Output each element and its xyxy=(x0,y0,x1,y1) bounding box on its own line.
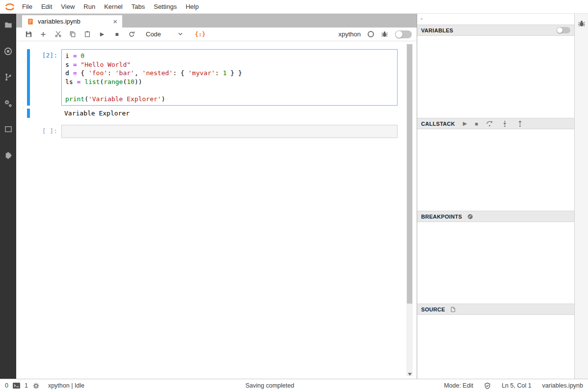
breakpoints-title: BREAKPOINTS xyxy=(421,214,462,220)
menu-item-kernel[interactable]: Kernel xyxy=(100,0,127,13)
callstack-title: CALLSTACK xyxy=(421,121,455,127)
menu-item-run[interactable]: Run xyxy=(79,0,100,13)
git-icon[interactable] xyxy=(3,72,13,82)
menu-item-view[interactable]: View xyxy=(56,0,79,13)
toggle-knob xyxy=(557,28,562,33)
source-body xyxy=(417,315,574,379)
empty-code-editor[interactable] xyxy=(61,125,398,138)
tab-variables-ipynb[interactable]: variables.ipynb × xyxy=(22,15,122,28)
debugger-panel: - VARIABLES CALLSTACK ▶ ■ BREAKPOINTS xyxy=(417,14,574,379)
debugger-panel-title: - xyxy=(417,14,574,25)
input-prompt: [2]: xyxy=(30,49,61,106)
paste-cell-button[interactable] xyxy=(80,28,95,41)
gear-icon[interactable] xyxy=(32,382,40,390)
step-over-icon[interactable] xyxy=(486,120,493,127)
code-lines: i = 0s = "Hello World"d = { 'foo': 'bar'… xyxy=(65,52,394,103)
source-section-header[interactable]: SOURCE xyxy=(417,304,574,315)
menu-item-edit[interactable]: Edit xyxy=(37,0,56,13)
kernel-name-button[interactable]: xpython xyxy=(338,30,361,38)
code-cell-empty[interactable]: [ ]: xyxy=(27,125,417,138)
scroll-down-icon[interactable] xyxy=(406,373,413,376)
step-in-icon[interactable] xyxy=(501,120,508,127)
remove-breakpoints-icon[interactable] xyxy=(467,213,474,220)
run-cell-button[interactable]: ▶ xyxy=(95,28,109,41)
variables-body xyxy=(417,36,574,118)
source-title: SOURCE xyxy=(421,307,445,312)
output-collapser[interactable] xyxy=(27,109,30,118)
toggle-knob xyxy=(396,31,402,38)
restart-kernel-button[interactable] xyxy=(124,28,139,41)
cell-type-value: Code xyxy=(146,30,161,38)
menubar: File Edit View Run Kernel Tabs Settings … xyxy=(0,0,588,14)
kernel-status-icon[interactable] xyxy=(368,31,374,37)
gears-icon[interactable] xyxy=(3,98,13,108)
variables-section-header[interactable]: VARIABLES xyxy=(417,25,574,36)
trust-shield-icon[interactable] xyxy=(484,382,491,390)
status-bar: 0 1 xpython | Idle Saving completed Mode… xyxy=(0,379,588,392)
dock-tab-bar: variables.ipynb × xyxy=(16,14,417,28)
cut-cell-button[interactable] xyxy=(51,28,65,41)
continue-icon[interactable]: ▶ xyxy=(463,120,467,127)
step-out-icon[interactable] xyxy=(516,120,524,127)
menu-item-file[interactable]: File xyxy=(18,0,37,13)
statusbar-filename: variables.ipynb xyxy=(542,382,583,389)
notebook-scrollbar[interactable] xyxy=(406,44,413,376)
terminal-icon[interactable] xyxy=(13,383,20,389)
menu-item-settings[interactable]: Settings xyxy=(149,0,181,13)
menu-item-tabs[interactable]: Tabs xyxy=(127,0,149,13)
copy-cell-button[interactable] xyxy=(65,28,80,41)
menu-item-help[interactable]: Help xyxy=(181,0,203,13)
cell-type-dropdown[interactable]: Code xyxy=(144,29,185,39)
folder-icon[interactable] xyxy=(3,20,13,30)
main-panel: variables.ipynb × ▶ ■ Code {: xyxy=(16,14,417,379)
kernel-braces-icon[interactable]: {:} xyxy=(195,31,206,38)
debugger-tab-bug-icon[interactable] xyxy=(578,20,586,28)
mode-indicator[interactable]: Mode: Edit xyxy=(444,382,473,389)
item-count[interactable]: 0 xyxy=(5,382,8,389)
notebook-file-icon xyxy=(27,18,34,25)
terminate-icon[interactable]: ■ xyxy=(475,121,479,127)
scrollbar-thumb[interactable] xyxy=(407,44,412,304)
save-button[interactable] xyxy=(21,28,36,41)
left-sidebar xyxy=(0,14,16,379)
callstack-toolbar: ▶ ■ xyxy=(463,120,524,127)
notebook-toolbar: ▶ ■ Code {:} xpython xyxy=(16,28,417,41)
breakpoints-section-header[interactable]: BREAKPOINTS xyxy=(417,211,574,222)
terminal-count[interactable]: 1 xyxy=(25,382,28,389)
cell-output-area: Variable Explorer xyxy=(27,109,417,118)
extensions-icon[interactable] xyxy=(3,150,13,160)
open-tabs-icon[interactable] xyxy=(3,124,13,134)
variables-view-toggle[interactable] xyxy=(557,27,570,33)
code-cell-active[interactable]: [2]: i = 0s = "Hello World"d = { 'foo': … xyxy=(27,49,417,106)
kernel-status[interactable]: xpython | Idle xyxy=(48,382,84,389)
tab-title: variables.ipynb xyxy=(38,18,109,25)
notebook-content: [2]: i = 0s = "Hello World"d = { 'foo': … xyxy=(16,41,417,379)
chevron-down-icon xyxy=(178,32,183,36)
status-message: Saving completed xyxy=(245,382,294,389)
running-kernels-icon[interactable] xyxy=(3,46,13,56)
add-cell-button[interactable] xyxy=(36,28,51,41)
variables-title: VARIABLES xyxy=(421,28,453,33)
right-sidebar xyxy=(574,14,588,379)
code-editor[interactable]: i = 0s = "Hello World"d = { 'foo': 'bar'… xyxy=(61,49,398,106)
callstack-section-header[interactable]: CALLSTACK ▶ ■ xyxy=(417,118,574,129)
callstack-body xyxy=(417,129,574,211)
cursor-position[interactable]: Ln 5, Col 1 xyxy=(502,382,531,389)
open-source-icon[interactable] xyxy=(450,306,456,313)
interrupt-kernel-button[interactable]: ■ xyxy=(109,28,124,41)
jupyter-logo-icon xyxy=(4,1,16,13)
breakpoints-body xyxy=(417,222,574,304)
cell-output: Variable Explorer xyxy=(64,109,130,118)
bug-icon[interactable] xyxy=(381,30,388,38)
tab-close-icon[interactable]: × xyxy=(113,18,117,25)
enable-debugger-toggle[interactable] xyxy=(395,30,412,38)
empty-input-prompt: [ ]: xyxy=(30,125,61,138)
